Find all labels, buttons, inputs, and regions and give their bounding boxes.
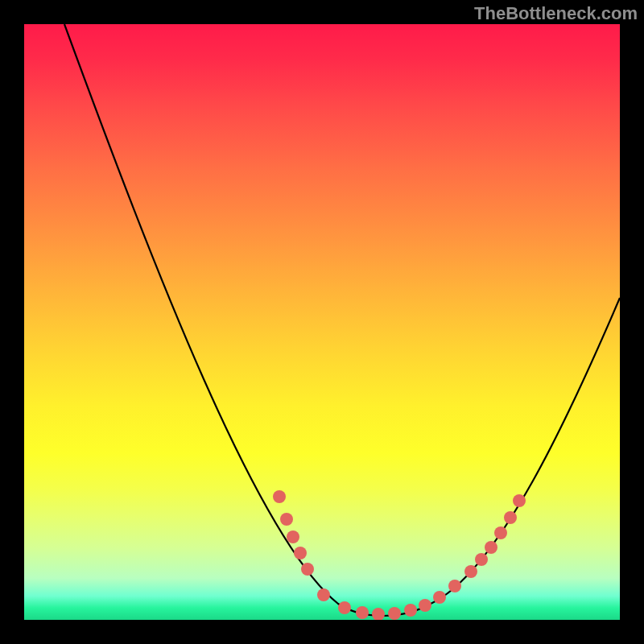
data-point (475, 553, 488, 566)
data-point (356, 606, 369, 619)
chart-container: TheBottleneck.com (0, 0, 644, 644)
data-point (504, 511, 517, 524)
data-point (317, 588, 330, 601)
data-point (372, 608, 385, 620)
data-point (513, 494, 526, 507)
data-point (494, 526, 507, 539)
data-point (301, 563, 314, 576)
data-point (404, 604, 417, 617)
data-point (448, 580, 461, 592)
data-point (273, 490, 286, 503)
data-point (388, 607, 401, 620)
data-point (280, 513, 293, 526)
data-point (294, 547, 307, 559)
bottleneck-curve (64, 24, 620, 616)
data-point (433, 591, 446, 604)
watermark-text: TheBottleneck.com (474, 3, 638, 24)
data-point (419, 599, 431, 612)
plot-area (24, 24, 620, 620)
data-point (338, 601, 351, 614)
data-point (464, 565, 477, 578)
bottleneck-curve-svg (24, 24, 620, 620)
data-point (485, 541, 497, 554)
data-point (287, 530, 299, 543)
